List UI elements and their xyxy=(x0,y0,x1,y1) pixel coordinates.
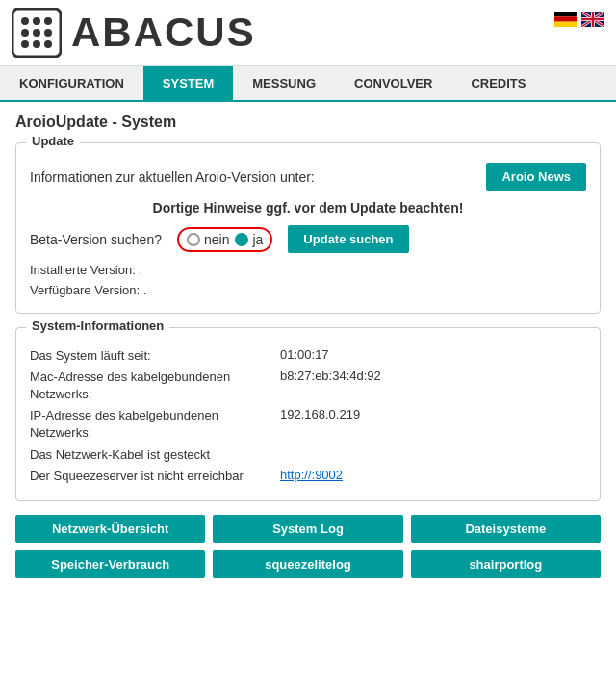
shairportlog-button[interactable]: shairportlog xyxy=(411,550,601,578)
info-table: Das System läuft seit: 01:00:17 Mac-Adre… xyxy=(30,347,586,485)
svg-point-9 xyxy=(44,40,52,48)
info-row-squeeze: Der Squeezeserver ist nicht erreichbar h… xyxy=(30,468,586,485)
svg-point-2 xyxy=(33,17,40,25)
abacus-logo-icon xyxy=(12,8,62,58)
info-value-uptime: 01:00:17 xyxy=(280,347,329,362)
info-label-cable: Das Netzwerk-Kabel ist gesteckt xyxy=(30,446,280,464)
logo-text: ABACUS xyxy=(71,10,256,56)
aroio-news-button[interactable]: Aroio News xyxy=(486,163,586,191)
radio-nein-label: nein xyxy=(204,232,229,247)
header: ABACUS xyxy=(0,0,616,66)
beta-row: Beta-Version suchen? nein ja Update such… xyxy=(30,225,586,253)
netzwerk-uebersicht-button[interactable]: Netzwerk-Übersicht xyxy=(15,515,205,543)
tab-convolver[interactable]: CONVOLVER xyxy=(335,66,451,100)
svg-point-7 xyxy=(21,40,29,48)
update-section: Update Informationen zur aktuellen Aroio… xyxy=(15,142,601,314)
language-flags xyxy=(554,12,604,27)
available-version: Verfügbare Version: . xyxy=(30,281,586,301)
system-info-title: System-Informationen xyxy=(26,319,169,333)
aroio-news-row: Informationen zur aktuellen Aroio-Versio… xyxy=(30,163,586,191)
svg-rect-11 xyxy=(554,16,578,21)
update-suchen-button[interactable]: Update suchen xyxy=(288,225,408,253)
system-log-button[interactable]: System Log xyxy=(213,515,402,543)
beta-label: Beta-Version suchen? xyxy=(30,232,162,247)
system-info-section: System-Informationen Das System läuft se… xyxy=(15,327,601,501)
radio-nein-option[interactable]: nein xyxy=(187,232,229,247)
info-label-mac: Mac-Adresse des kabelgebundenenNetzwerks… xyxy=(30,369,280,403)
info-row-uptime: Das System läuft seit: 01:00:17 xyxy=(30,347,586,365)
update-warning: Dortige Hinweise ggf. vor dem Update bea… xyxy=(30,200,586,216)
beta-radio-group: nein ja xyxy=(177,227,272,252)
dateisysteme-button[interactable]: Dateisysteme xyxy=(411,515,601,543)
info-value-squeeze-link[interactable]: http://:9002 xyxy=(280,468,343,482)
page-content: AroioUpdate - System Update Informatione… xyxy=(0,102,616,590)
radio-ja-label: ja xyxy=(252,232,263,247)
info-label-ip: IP-Adresse des kabelgebundenenNetzwerks: xyxy=(30,407,280,442)
svg-point-5 xyxy=(33,29,40,37)
update-info-text: Informationen zur aktuellen Aroio-Versio… xyxy=(30,169,486,185)
squeezelitelog-button[interactable]: squeezelitelog xyxy=(213,550,402,578)
tab-system[interactable]: SYSTEM xyxy=(143,66,233,100)
update-section-title: Update xyxy=(26,134,80,148)
radio-nein-circle xyxy=(187,233,200,246)
tab-credits[interactable]: CREDITS xyxy=(451,66,545,100)
radio-ja-option[interactable]: ja xyxy=(235,232,263,247)
nav-tabs: KONFIGURATION SYSTEM MESSUNG CONVOLVER C… xyxy=(0,66,616,102)
info-label-uptime: Das System läuft seit: xyxy=(30,347,280,365)
svg-point-4 xyxy=(21,29,29,37)
svg-point-8 xyxy=(33,40,40,48)
tab-messung[interactable]: MESSUNG xyxy=(233,66,335,100)
info-label-squeeze: Der Squeezeserver ist nicht erreichbar xyxy=(30,468,280,485)
info-row-ip: IP-Adresse des kabelgebundenenNetzwerks:… xyxy=(30,407,586,442)
page-title: AroioUpdate - System xyxy=(15,114,601,131)
svg-point-1 xyxy=(21,17,29,25)
svg-rect-10 xyxy=(554,12,578,16)
radio-ja-circle xyxy=(235,233,248,246)
info-row-cable: Das Netzwerk-Kabel ist gesteckt xyxy=(30,446,586,464)
info-value-mac: b8:27:eb:34:4d:92 xyxy=(280,369,381,383)
german-flag-icon[interactable] xyxy=(554,12,578,27)
svg-point-3 xyxy=(44,17,52,25)
info-value-ip: 192.168.0.219 xyxy=(280,407,360,421)
svg-point-6 xyxy=(44,29,52,37)
installed-version: Installierte Version: . xyxy=(30,261,586,281)
tab-konfiguration[interactable]: KONFIGURATION xyxy=(0,66,143,100)
uk-flag-icon[interactable] xyxy=(581,12,604,27)
svg-rect-12 xyxy=(554,22,578,27)
info-row-mac: Mac-Adresse des kabelgebundenenNetzwerks… xyxy=(30,369,586,403)
action-buttons: Netzwerk-Übersicht System Log Dateisyste… xyxy=(15,515,601,578)
speicher-verbrauch-button[interactable]: Speicher-Verbrauch xyxy=(15,550,205,578)
